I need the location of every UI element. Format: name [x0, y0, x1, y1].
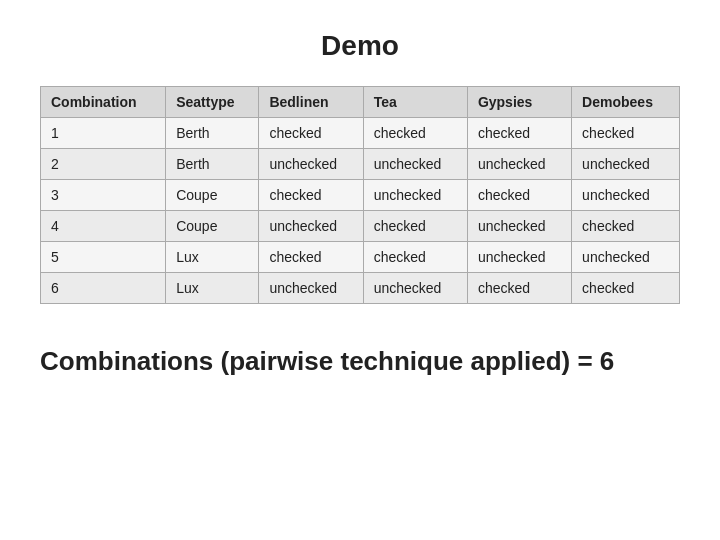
page-title: Demo — [321, 30, 399, 62]
table-cell: checked — [467, 273, 571, 304]
table-row: 4Coupeuncheckedcheckeduncheckedchecked — [41, 211, 680, 242]
table-header-cell: Demobees — [572, 87, 680, 118]
table-row: 3Coupecheckeduncheckedcheckedunchecked — [41, 180, 680, 211]
table-cell: unchecked — [467, 149, 571, 180]
table-row: 1Berthcheckedcheckedcheckedchecked — [41, 118, 680, 149]
table-cell: checked — [572, 118, 680, 149]
table-cell: unchecked — [363, 273, 467, 304]
table-cell: checked — [467, 180, 571, 211]
table-cell: checked — [572, 211, 680, 242]
table-cell: Lux — [166, 273, 259, 304]
table-cell: checked — [363, 242, 467, 273]
table-cell: 4 — [41, 211, 166, 242]
table-cell: checked — [572, 273, 680, 304]
table-cell: Coupe — [166, 211, 259, 242]
table-cell: checked — [363, 118, 467, 149]
table-header-cell: Combination — [41, 87, 166, 118]
table-cell: checked — [467, 118, 571, 149]
table-cell: unchecked — [363, 180, 467, 211]
table-cell: checked — [259, 180, 363, 211]
table-cell: Berth — [166, 149, 259, 180]
summary-text: Combinations (pairwise technique applied… — [40, 346, 614, 377]
table-cell: unchecked — [259, 149, 363, 180]
table-cell: 6 — [41, 273, 166, 304]
data-table: CombinationSeattypeBedlinenTeaGypsiesDem… — [40, 86, 680, 304]
table-cell: 1 — [41, 118, 166, 149]
table-cell: 2 — [41, 149, 166, 180]
table-cell: unchecked — [467, 211, 571, 242]
table-row: 6Luxuncheckeduncheckedcheckedchecked — [41, 273, 680, 304]
table-header-cell: Tea — [363, 87, 467, 118]
table-cell: unchecked — [259, 273, 363, 304]
table-header-cell: Seattype — [166, 87, 259, 118]
table-cell: checked — [363, 211, 467, 242]
table-cell: 3 — [41, 180, 166, 211]
table-cell: 5 — [41, 242, 166, 273]
table-cell: unchecked — [259, 211, 363, 242]
table-row: 5Luxcheckedcheckeduncheckedunchecked — [41, 242, 680, 273]
table-cell: checked — [259, 242, 363, 273]
table-cell: Coupe — [166, 180, 259, 211]
table-cell: unchecked — [572, 242, 680, 273]
table-header-row: CombinationSeattypeBedlinenTeaGypsiesDem… — [41, 87, 680, 118]
table-header-cell: Gypsies — [467, 87, 571, 118]
table-header-cell: Bedlinen — [259, 87, 363, 118]
table-cell: unchecked — [572, 149, 680, 180]
table-row: 2Berthuncheckeduncheckeduncheckeduncheck… — [41, 149, 680, 180]
table-cell: checked — [259, 118, 363, 149]
table-cell: unchecked — [467, 242, 571, 273]
table-cell: Berth — [166, 118, 259, 149]
table-cell: unchecked — [363, 149, 467, 180]
table-cell: unchecked — [572, 180, 680, 211]
table-cell: Lux — [166, 242, 259, 273]
